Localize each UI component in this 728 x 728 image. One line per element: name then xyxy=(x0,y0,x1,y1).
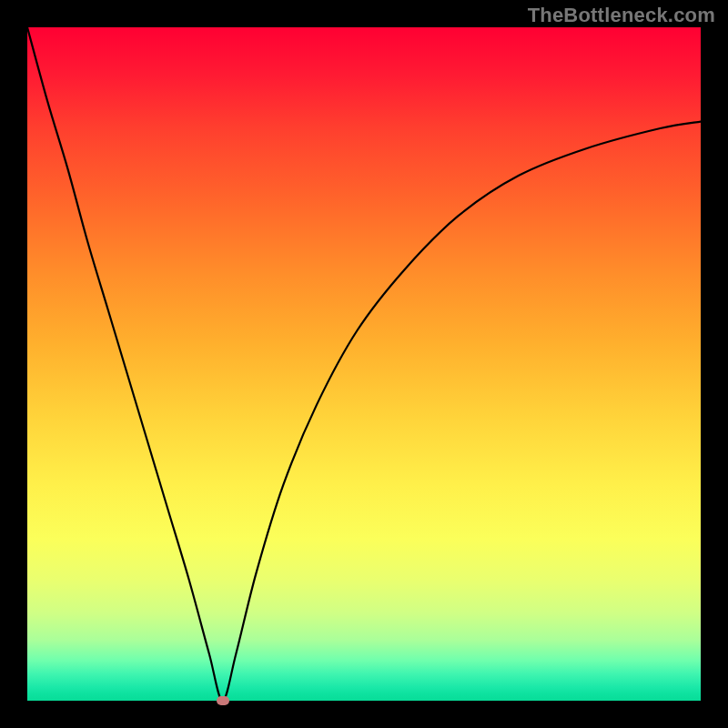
chart-frame: TheBottleneck.com xyxy=(0,0,728,728)
watermark-text: TheBottleneck.com xyxy=(528,4,715,27)
minimum-point-marker xyxy=(217,696,229,705)
bottleneck-curve xyxy=(27,27,701,701)
chart-plot-area xyxy=(27,27,701,701)
